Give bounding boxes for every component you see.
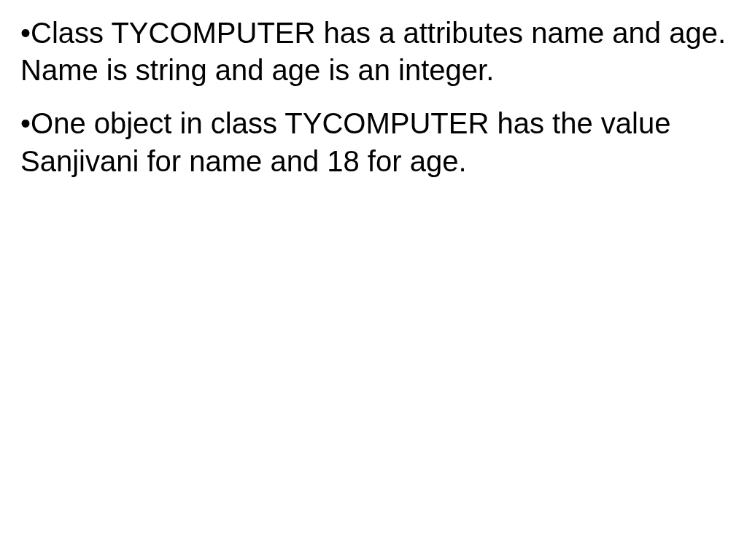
bullet-text: One object in class TYCOMPUTER has the v…: [20, 107, 670, 176]
bullet-marker: •: [20, 17, 31, 49]
bullet-text: Class TYCOMPUTER has a attributes name a…: [20, 17, 726, 86]
bullet-item-2: •One object in class TYCOMPUTER has the …: [20, 105, 727, 179]
bullet-item-1: •Class TYCOMPUTER has a attributes name …: [20, 15, 727, 89]
bullet-marker: •: [20, 107, 31, 139]
